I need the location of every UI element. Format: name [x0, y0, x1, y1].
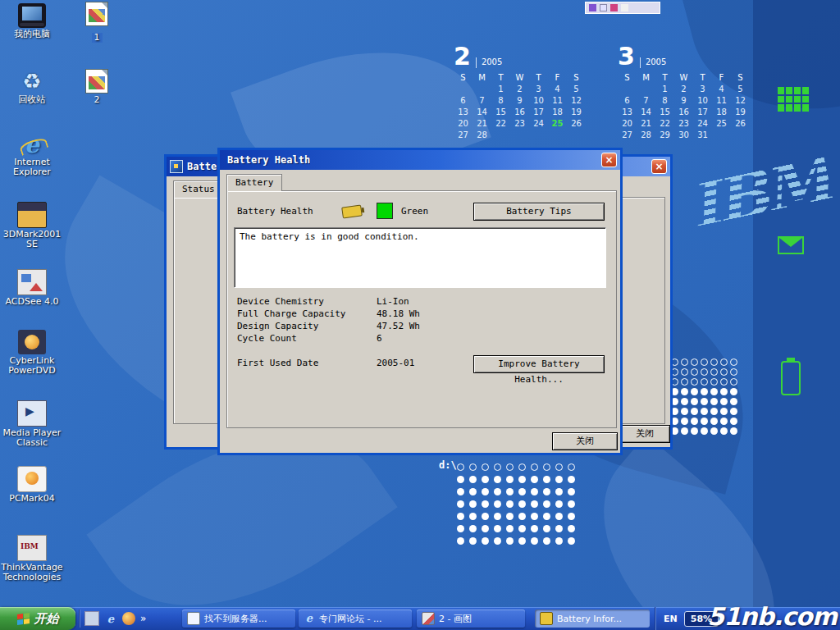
close-icon[interactable]: ×: [601, 153, 617, 167]
quicklaunch-ie-icon[interactable]: e: [104, 612, 117, 625]
wallpaper-dot: [518, 463, 526, 471]
calendar-day: 26: [731, 119, 750, 130]
calendar-day: 15: [491, 107, 510, 119]
calendar-day: 16: [510, 107, 529, 119]
calendar-day: 19: [731, 107, 750, 119]
battery-tips-button[interactable]: Battery Tips: [473, 203, 605, 221]
wallpaper-dot: [531, 500, 538, 508]
wallpaper-dot: [568, 488, 575, 495]
show-desktop-icon[interactable]: [84, 611, 99, 626]
wallpaper-dot: [681, 398, 688, 405]
desktop-icon-3dmark2001[interactable]: 3DMark2001 SE: [0, 202, 64, 249]
battery-icon: [540, 612, 553, 625]
chevron-expand-icon[interactable]: »: [140, 613, 146, 624]
calendar-day: 26: [567, 119, 586, 130]
wallpaper-dot: [730, 388, 737, 395]
calendar-weekday: M: [472, 73, 491, 84]
watermark: 51nb.com: [707, 602, 837, 630]
wallpaper-dot: [710, 368, 718, 376]
taskbar-item-server-not-found[interactable]: 找不到服务器...: [182, 609, 295, 628]
taskbar-item-paint[interactable]: 2 - 画图: [417, 609, 525, 628]
calendar-day: 23: [510, 119, 529, 130]
wallpaper-dot: [720, 398, 728, 405]
close-button-cn[interactable]: 关闭: [619, 425, 670, 443]
tab-status[interactable]: Status: [173, 180, 224, 198]
calendar-day: 3: [693, 84, 712, 96]
improve-battery-health-button[interactable]: Improve Battery Health...: [473, 355, 605, 373]
calendar-day: 29: [655, 130, 674, 142]
dialog-titlebar[interactable]: Battery Health ×: [220, 150, 620, 170]
calendar-day: 31: [693, 130, 712, 142]
close-icon[interactable]: ×: [651, 159, 667, 174]
wallpaper-dot: [681, 358, 688, 366]
calendar-february: 2 2005 SMTWTFS12345678910111213141516171…: [454, 45, 586, 142]
calendar-day: [472, 84, 491, 96]
desktop-file-jpg-2[interactable]: 2: [79, 69, 115, 105]
calendar-day: [731, 130, 750, 142]
calendar-day: 27: [454, 130, 472, 142]
calendar-day: 8: [655, 96, 674, 107]
wallpaper-dot: [555, 500, 563, 508]
field-value: Li-Ion: [377, 296, 409, 307]
wallpaper-dot: [681, 388, 688, 395]
desktop-icon-pcmark04[interactable]: PCMark04: [0, 466, 64, 504]
desktop-icon-thinkvantage[interactable]: ThinkVantage Technologies: [0, 535, 64, 582]
calendar-day: [529, 130, 548, 142]
calendar-day: 12: [731, 96, 750, 107]
wallpaper-dot: [730, 418, 737, 425]
wallpaper-dot: [457, 463, 464, 471]
icon-label: 回收站: [0, 95, 64, 105]
calendar-day: 28: [472, 130, 491, 142]
wallpaper-dot: [531, 463, 538, 471]
desktop-icon-powerdvd[interactable]: CyberLink PowerDVD: [0, 330, 64, 376]
taskbar-item-forum[interactable]: e 专门网论坛 - ...: [299, 609, 412, 628]
wallpaper-dot: [710, 398, 718, 405]
wallpaper-dot: [494, 513, 501, 520]
wallpaper-dot: [568, 500, 575, 508]
tab-battery[interactable]: Battery: [226, 174, 282, 191]
jpg-file-icon: [85, 2, 108, 26]
wallpaper-dot: [506, 513, 514, 520]
wallpaper-dot: [506, 525, 514, 532]
wallpaper-dot: [457, 525, 464, 532]
calendar-day: 18: [712, 107, 731, 119]
calendar-day: 30: [674, 130, 693, 142]
calendar-day: [637, 84, 655, 96]
wallpaper-dot: [482, 476, 489, 483]
close-button-cn[interactable]: 关闭: [552, 432, 618, 450]
desktop-icon-acdsee[interactable]: ACDSee 4.0: [0, 269, 64, 307]
task-label: 专门网论坛 - ...: [319, 613, 381, 625]
wallpaper-dot: [469, 500, 477, 508]
calendar-day: 6: [618, 96, 637, 107]
first-used-label: First Used Date: [237, 358, 318, 368]
quick-launch: e »: [79, 609, 146, 628]
task-label: 2 - 画图: [439, 613, 472, 625]
wallpaper-dot: [710, 427, 718, 435]
calendar-day: 24: [693, 119, 712, 130]
calendar-weekday: F: [548, 73, 567, 84]
language-indicator[interactable]: EN: [664, 614, 678, 624]
desktop-icon-recycle-bin[interactable]: 回收站: [0, 69, 64, 105]
icon-label: 2: [79, 95, 115, 105]
wallpaper-dot: [701, 418, 708, 425]
wallpaper-dot: [543, 513, 550, 520]
health-status-swatch: [377, 203, 393, 219]
wallpaper-dot: [681, 418, 688, 425]
battery-cylinder-icon: [781, 361, 801, 395]
wallpaper-dot: [506, 537, 514, 545]
calendar-month: 3: [618, 45, 635, 68]
desktop-icon-my-computer[interactable]: 我的电脑: [0, 3, 64, 39]
desktop-file-jpg-1[interactable]: 1: [79, 2, 115, 43]
wallpaper-dot: [555, 513, 563, 520]
desktop-icon-media-player-classic[interactable]: Media Player Classic: [0, 400, 64, 448]
desktop-icon-internet-explorer[interactable]: Internet Explorer: [0, 131, 64, 177]
wallpaper-dot: [701, 378, 708, 386]
start-button[interactable]: 开始: [0, 607, 75, 630]
calendar-weekday: S: [454, 73, 472, 84]
drive-label: d:\: [439, 459, 457, 471]
quicklaunch-media-icon[interactable]: [122, 612, 135, 625]
wallpaper-dot: [720, 358, 728, 366]
taskbar-item-battery-information[interactable]: Battery Infor...: [535, 609, 650, 628]
wallpaper-dot: [469, 476, 477, 483]
paint-icon: [422, 612, 435, 625]
